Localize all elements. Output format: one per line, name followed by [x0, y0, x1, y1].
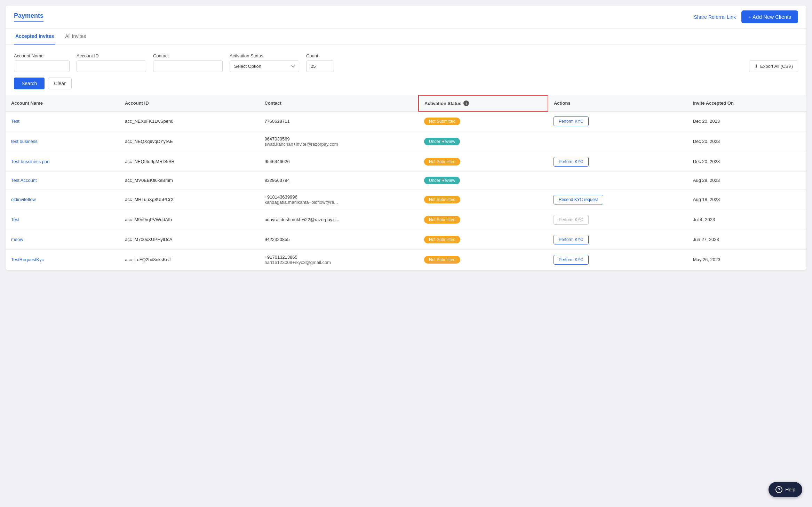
- filter-group-contact: Contact: [153, 53, 223, 72]
- table-row: Testacc_M9n9rqPVWddAIbudayraj.deshmukh+i…: [6, 210, 806, 230]
- account-name-link[interactable]: Test bussiness pan: [11, 159, 50, 164]
- activation-status-cell: Not Submitted: [419, 189, 548, 210]
- action-button[interactable]: Perform KYC: [554, 235, 589, 244]
- col-contact: Contact: [259, 95, 419, 111]
- activation-status-cell: Under Review: [419, 171, 548, 189]
- help-button[interactable]: ? Help: [769, 482, 802, 497]
- contact-input[interactable]: [153, 61, 223, 72]
- header-actions: Share Referral Link + Add New Clients: [694, 10, 798, 23]
- table-body: Testacc_NEXuFK1LwSpen07760628711Not Subm…: [6, 111, 806, 270]
- account-name-link[interactable]: test business: [11, 139, 38, 144]
- filter-group-account-id: Account ID: [77, 53, 146, 72]
- activation-status-cell: Not Submitted: [419, 111, 548, 131]
- action-button[interactable]: Perform KYC: [554, 255, 589, 265]
- action-left: Search Clear: [14, 78, 72, 89]
- account-id-cell: acc_NEQI4d9gMRD5SR: [119, 152, 259, 171]
- share-referral-link[interactable]: Share Referral Link: [694, 14, 736, 20]
- table-row: Test bussiness panacc_NEQI4d9gMRD5SR9546…: [6, 152, 806, 171]
- contact-cell: +918143639996kandagatla.manikanta+oldflo…: [259, 189, 419, 210]
- clear-button[interactable]: Clear: [48, 78, 71, 89]
- contact-cell: +917013213865hari16123009+rkyc3@gmail.co…: [259, 249, 419, 270]
- account-id-cell: acc_LuFQ2hd8nksKnJ: [119, 249, 259, 270]
- account-name-input[interactable]: [14, 61, 70, 72]
- actions-cell: Perform KYC: [548, 249, 687, 270]
- tab-all-invites[interactable]: All Invites: [64, 29, 87, 45]
- status-badge: Not Submitted: [424, 196, 460, 203]
- invite-accepted-on-cell: Aug 18, 2023: [687, 189, 806, 210]
- activation-status-cell: Not Submitted: [419, 249, 548, 270]
- actions-cell: Perform KYC: [548, 230, 687, 249]
- account-name-link[interactable]: Test Account: [11, 178, 37, 183]
- activation-status-cell: Not Submitted: [419, 152, 548, 171]
- invite-accepted-on-cell: Dec 20, 2023: [687, 131, 806, 152]
- account-name-link[interactable]: oldinviteflow: [11, 197, 36, 202]
- account-id-input[interactable]: [77, 61, 146, 72]
- contact-label: Contact: [153, 53, 223, 58]
- tabs-bar: Accepted Invites All Invites: [6, 29, 806, 45]
- col-activation-status: Activation Status i: [419, 95, 548, 111]
- contact-cell: 9546446626: [259, 152, 419, 171]
- account-name-link[interactable]: TestRequestKyc: [11, 257, 44, 262]
- contact-cell: 7760628711: [259, 111, 419, 131]
- table-header-row: Account Name Account ID Contact Activati…: [6, 95, 806, 111]
- header-bar: Payments Share Referral Link + Add New C…: [6, 6, 806, 29]
- action-button[interactable]: Perform KYC: [554, 116, 589, 126]
- table-container: Account Name Account ID Contact Activati…: [6, 95, 806, 270]
- invite-accepted-on-cell: Jun 27, 2023: [687, 230, 806, 249]
- account-name-link[interactable]: Test: [11, 119, 19, 124]
- export-csv-button[interactable]: ⬇ Export All (CSV): [749, 61, 798, 72]
- search-button[interactable]: Search: [14, 78, 45, 89]
- account-id-cell: acc_MRTuuXg8U5PCrX: [119, 189, 259, 210]
- status-badge: Under Review: [424, 177, 460, 184]
- col-actions: Actions: [548, 95, 687, 111]
- account-id-label: Account ID: [77, 53, 146, 58]
- table-row: meowacc_M700xXUPHylDcA9422320855Not Subm…: [6, 230, 806, 249]
- activation-status-select[interactable]: Select Option Not Submitted Under Review…: [230, 61, 299, 72]
- account-id-cell: acc_MV0EBKfl6keBmm: [119, 171, 259, 189]
- count-input[interactable]: [306, 61, 334, 72]
- count-label: Count: [306, 53, 334, 58]
- table-row: oldinviteflowacc_MRTuuXg8U5PCrX+91814363…: [6, 189, 806, 210]
- invite-accepted-on-cell: Aug 28, 2023: [687, 171, 806, 189]
- activation-status-label: Activation Status: [230, 53, 299, 58]
- status-badge: Not Submitted: [424, 158, 460, 166]
- col-account-name: Account Name: [6, 95, 119, 111]
- invite-accepted-on-cell: May 26, 2023: [687, 249, 806, 270]
- status-badge: Under Review: [424, 138, 460, 145]
- filter-group-count: Count: [306, 53, 334, 72]
- action-button[interactable]: Resend KYC request: [554, 195, 603, 204]
- activation-status-cell: Not Submitted: [419, 230, 548, 249]
- account-id-cell: acc_NEQXq9vqDYyIAE: [119, 131, 259, 152]
- activation-status-cell: Under Review: [419, 131, 548, 152]
- contact-cell: 8329563794: [259, 171, 419, 189]
- account-id-cell: acc_M700xXUPHylDcA: [119, 230, 259, 249]
- actions-cell: [548, 131, 687, 152]
- activation-status-header: Activation Status i: [424, 100, 542, 106]
- action-button: Perform KYC: [554, 215, 589, 225]
- download-icon: ⬇: [754, 64, 758, 69]
- table-row: test businessacc_NEQXq9vqDYyIAE964703056…: [6, 131, 806, 152]
- filter-group-activation-status: Activation Status Select Option Not Subm…: [230, 53, 299, 72]
- add-clients-button[interactable]: + Add New Clients: [741, 10, 798, 23]
- action-button[interactable]: Perform KYC: [554, 157, 589, 167]
- export-label: Export All (CSV): [760, 64, 793, 69]
- invite-accepted-on-cell: Jul 4, 2023: [687, 210, 806, 230]
- actions-cell: Perform KYC: [548, 152, 687, 171]
- contact-cell: 9647030569swati.kanchan+invite@razorpay.…: [259, 131, 419, 152]
- help-icon: ?: [775, 486, 782, 493]
- actions-cell: Perform KYC: [548, 111, 687, 131]
- invite-accepted-on-cell: Dec 20, 2023: [687, 111, 806, 131]
- status-badge: Not Submitted: [424, 118, 460, 125]
- status-badge: Not Submitted: [424, 216, 460, 224]
- filter-section: Account Name Account ID Contact Activati…: [6, 45, 806, 95]
- activation-status-info-icon[interactable]: i: [463, 100, 469, 106]
- invites-table: Account Name Account ID Contact Activati…: [6, 95, 806, 270]
- account-name-link[interactable]: Test: [11, 217, 19, 222]
- contact-cell: 9422320855: [259, 230, 419, 249]
- account-name-link[interactable]: meow: [11, 237, 23, 242]
- tab-accepted-invites[interactable]: Accepted Invites: [14, 29, 55, 45]
- filter-row: Account Name Account ID Contact Activati…: [14, 53, 798, 72]
- activation-status-cell: Not Submitted: [419, 210, 548, 230]
- invite-accepted-on-cell: Dec 20, 2023: [687, 152, 806, 171]
- actions-cell: Resend KYC request: [548, 189, 687, 210]
